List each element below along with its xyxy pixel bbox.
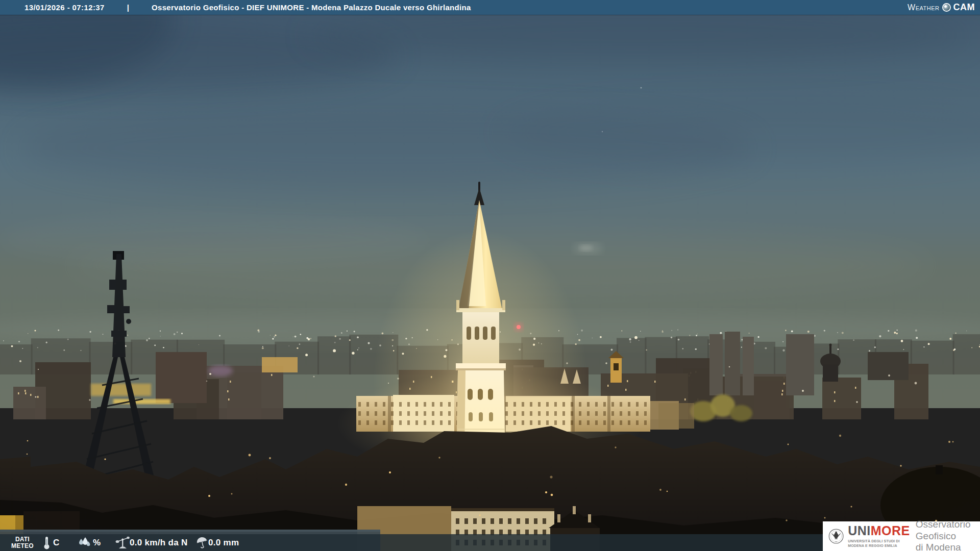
humidity-value: %	[93, 534, 101, 551]
unimore-crest	[828, 524, 844, 548]
unimore-wordmark: UNIMORE	[848, 524, 910, 537]
temperature-value: C	[53, 534, 60, 551]
camera-title: Osservatorio Geofisico - DIEF UNIMORE - …	[152, 3, 471, 12]
unimore-branding-box: UNIMORE UNIVERSITÀ DEGLI STUDI DI MODENA…	[823, 521, 980, 551]
weather-data-label: DATI METEO	[11, 534, 34, 551]
anemometer-icon	[115, 534, 130, 551]
unimore-wordmark-block: UNIMORE UNIVERSITÀ DEGLI STUDI DI MODENA…	[848, 524, 910, 548]
droplets-icon	[78, 534, 91, 551]
weathercam-logo: Weather CAM	[908, 2, 975, 13]
timestamp-bar: 13/01/2026 - 07:12:37 | Osservatorio Geo…	[0, 0, 980, 15]
rain-value: 0.0 mm	[208, 534, 239, 551]
umbrella-icon	[196, 534, 208, 551]
lens-icon	[943, 4, 950, 11]
weathercam-logo-cam: CAM	[953, 2, 975, 13]
separator: |	[127, 3, 129, 12]
wind-value: 0.0 km/h da N	[130, 534, 188, 551]
webcam-frame: 13/01/2026 - 07:12:37 | Osservatorio Geo…	[0, 0, 980, 551]
weathercam-logo-weather: Weather	[908, 3, 939, 12]
datetime-label: 13/01/2026 - 07:12:37	[24, 3, 105, 12]
observatory-name: Osservatorio Geofisico di Modena	[916, 519, 980, 551]
webcam-scene	[0, 0, 980, 551]
university-subtitle: UNIVERSITÀ DEGLI STUDI DI MODENA E REGGI…	[848, 539, 910, 548]
thermometer-icon	[43, 534, 51, 551]
